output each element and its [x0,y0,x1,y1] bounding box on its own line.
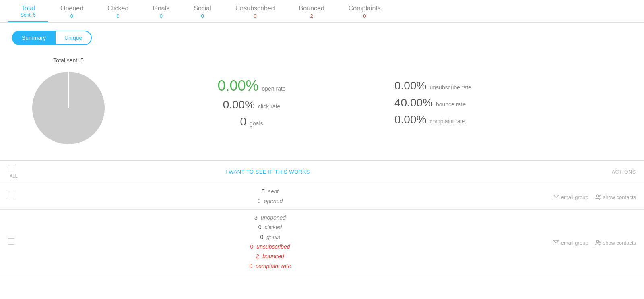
row2-checkbox[interactable] [8,238,14,245]
tab-clicked[interactable]: Clicked 0 [95,0,140,22]
row2-actions: email group show contacts [515,238,636,246]
tab-unsubscribed-label: Unsubscribed [235,5,275,12]
row2-unopened: 3 unopened [250,213,286,222]
row2-checkbox-area [8,238,20,246]
table-header: ALL I WANT TO SEE IF THIS WORKS ACTIONS [0,161,644,183]
row1-stats: 5 sent 0 opened [20,187,515,206]
row2-email-group-label: email group [561,240,588,246]
table-row-group-1: 5 sent 0 opened email group [0,183,644,210]
unsubscribe-rate-row: 0.00% unsubscribe rate [394,79,616,92]
row2-complaint-label: complaint rate [256,263,291,269]
tab-social-label: Social [194,5,211,12]
bounce-rate-value: 40.00% [394,96,433,109]
svg-point-1 [596,195,599,197]
complaint-rate-row: 0.00% complaint rate [394,113,616,126]
tab-goals[interactable]: Goals 0 [140,0,182,22]
row2-clicked-num: 0 [254,224,262,230]
all-label: ALL [10,174,18,179]
row2-bounced-num: 2 [251,253,259,260]
contacts-icon [595,194,601,200]
complaint-rate-label: complaint rate [429,118,465,125]
actions-header: ACTIONS [515,169,636,175]
header-checkbox-area: ALL [8,165,20,179]
summary-button[interactable]: Summary [12,31,56,45]
tab-social[interactable]: Social 0 [182,0,223,22]
toggle-bar: Summary Unique [0,23,644,53]
tab-complaints-label: Complaints [349,5,381,12]
row1-email-group-label: email group [561,194,588,200]
row1-email-group[interactable]: email group [553,194,588,200]
tab-bounced[interactable]: Bounced 2 [287,0,336,22]
select-all-checkbox[interactable] [8,165,14,171]
goals-value: 0 [240,115,246,128]
svg-point-5 [599,241,601,243]
open-rate-value: 0.00% [217,77,258,94]
row1-opened-label: opened [264,198,283,204]
click-rate-label: click rate [258,103,280,110]
row2-unsubscribed-label: unsubscribed [256,243,290,250]
tab-clicked-count: 0 [117,13,120,19]
row2-goals: 0 goals [255,232,280,242]
row2-clicked-label: clicked [265,224,282,230]
tab-unsubscribed[interactable]: Unsubscribed 0 [223,0,287,22]
row2-clicked: 0 clicked [254,222,282,232]
row1-actions: email group show contacts [515,193,636,200]
middle-stats: 0.00% open rate 0.00% click rate 0 goals [125,77,378,128]
tab-social-count: 0 [201,13,204,19]
tab-opened-count: 0 [70,13,73,19]
row1-sent-num: 5 [257,188,265,195]
row2-bounced: 2 bounced [251,251,284,261]
tab-clicked-label: Clicked [107,5,128,12]
campaign-header: I WANT TO SEE IF THIS WORKS [20,169,515,175]
goals-label: goals [250,120,263,127]
row2-email-group[interactable]: email group [553,240,588,246]
table-row-2: 3 unopened 0 clicked 0 goals 0 unsubscri… [0,210,644,274]
row2-unsubscribed-num: 0 [245,243,253,250]
complaint-rate-value: 0.00% [394,113,426,126]
top-tabs: Total Sent: 5 Opened 0 Clicked 0 Goals 0… [0,0,644,23]
table-area: ALL I WANT TO SEE IF THIS WORKS ACTIONS … [0,160,644,274]
svg-point-2 [599,195,601,197]
email-icon [553,195,559,199]
pie-chart [28,68,109,148]
unsubscribe-rate-label: unsubscribe rate [429,84,471,91]
tab-bounced-count: 2 [310,13,313,19]
row1-opened: 0 opened [253,196,283,206]
stats-area: Total sent: 5 0.00% open rate 0.00% clic… [0,53,644,160]
contacts-icon-2 [595,240,601,245]
bounce-rate-label: bounce rate [436,101,466,108]
row2-complaint-num: 0 [244,263,252,269]
click-rate-row: 0.00% click rate [223,98,281,111]
table-row-1: 5 sent 0 opened email group [0,183,644,209]
email-icon-2 [553,240,559,245]
row2-stats: 3 unopened 0 clicked 0 goals 0 unsubscri… [20,213,515,271]
tab-goals-label: Goals [153,5,169,12]
tab-unsubscribed-count: 0 [254,13,256,19]
tab-total[interactable]: Total Sent: 5 [8,0,48,22]
pie-svg [28,68,109,148]
pie-title: Total sent: 5 [53,57,84,64]
row2-goals-num: 0 [255,234,263,240]
svg-point-4 [596,240,599,243]
tab-total-sent: Sent: 5 [21,12,36,18]
row1-sent: 5 sent [257,187,279,196]
tab-bounced-label: Bounced [299,5,324,12]
tab-opened[interactable]: Opened 0 [48,0,95,22]
tab-goals-count: 0 [160,13,163,19]
row1-sent-label: sent [268,188,279,195]
row2-unopened-num: 3 [250,214,258,221]
right-stats: 0.00% unsubscribe rate 40.00% bounce rat… [378,79,632,126]
table-row-group-2: 3 unopened 0 clicked 0 goals 0 unsubscri… [0,210,644,274]
row1-show-contacts[interactable]: show contacts [595,194,636,200]
tab-opened-label: Opened [60,5,83,12]
row2-show-contacts[interactable]: show contacts [595,240,636,246]
tab-complaints[interactable]: Complaints 0 [336,0,393,22]
open-rate-row: 0.00% open rate [217,77,285,94]
row1-checkbox[interactable] [8,193,14,199]
open-rate-label: open rate [262,85,285,92]
row1-show-contacts-label: show contacts [603,194,636,200]
pie-area: Total sent: 5 [12,57,125,148]
row2-unsubscribed: 0 unsubscribed [245,242,290,251]
row2-bounced-label: bounced [262,253,284,260]
unique-button[interactable]: Unique [56,31,92,45]
